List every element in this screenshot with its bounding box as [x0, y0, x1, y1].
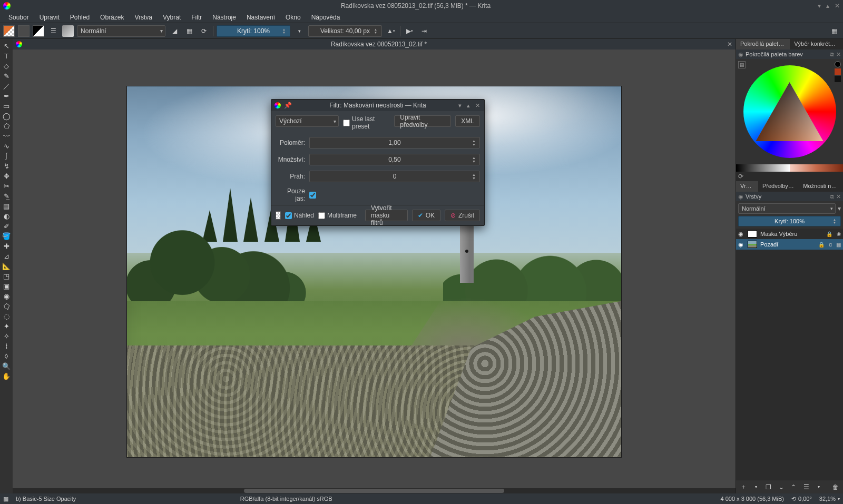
brushsize-input[interactable]: Velikost: 40,00 px▲▼ — [308, 25, 382, 37]
close-layers-docker-icon[interactable]: ✕ — [836, 193, 841, 200]
reload-brush-icon[interactable]: ⟳ — [198, 25, 210, 37]
tool-smart-patch[interactable]: ✚ — [1, 241, 12, 251]
layer-visibility-icon[interactable]: ◉ — [738, 231, 744, 238]
dialog-minimize-icon[interactable]: ▾ — [457, 102, 463, 109]
layer-props-icon[interactable]: ▦ — [836, 242, 841, 248]
gradient-swatch[interactable] — [3, 25, 15, 37]
menu-pohled[interactable]: Pohled — [65, 12, 95, 23]
opacity-dropdown-icon[interactable]: ▾ — [293, 25, 305, 37]
opacity-slider[interactable]: Krytí: 100%▲▼ — [217, 25, 290, 37]
radius-input[interactable]: 1,00▲▼ — [309, 137, 480, 149]
tool-crop[interactable]: ◇ — [1, 61, 12, 71]
window-minimize-button[interactable]: ▾ — [818, 2, 821, 9]
tool-contiguous-select[interactable]: ✦ — [1, 321, 12, 331]
xml-button[interactable]: XML — [455, 115, 480, 127]
preview-thumb-icon[interactable] — [276, 211, 281, 220]
tool-gradient-edit[interactable]: ◐ — [1, 211, 12, 221]
move-layer-up-icon[interactable]: ⌃ — [790, 483, 798, 491]
window-close-button[interactable]: ✕ — [835, 2, 840, 9]
menu-okno[interactable]: Okno — [280, 12, 306, 23]
tool-color-sampler[interactable]: ✐ — [1, 221, 12, 231]
color-wheel[interactable] — [743, 65, 836, 158]
eraser-mode-icon[interactable]: ◢ — [169, 25, 180, 37]
pattern-swatch[interactable] — [18, 25, 30, 37]
tool-ellipse[interactable]: ◯ — [1, 111, 12, 121]
lightness-only-checkbox[interactable] — [309, 192, 316, 199]
tool-assistants[interactable]: ⊿ — [1, 251, 12, 261]
preview-checkbox[interactable]: Náhled — [285, 212, 314, 219]
tool-freehand-brush[interactable]: ✎ — [1, 71, 12, 81]
tool-fill[interactable]: 🪣 — [1, 231, 12, 241]
move-layer-down-icon[interactable]: ⌄ — [777, 483, 786, 491]
brush-settings-icon[interactable]: ☰ — [47, 25, 59, 37]
tool-bezier[interactable]: ∿ — [1, 141, 12, 151]
menu-obrazek[interactable]: Obrázek — [95, 12, 129, 23]
float-docker-icon[interactable]: ⧉ — [830, 51, 834, 58]
dialog-close-icon[interactable]: ✕ — [474, 102, 481, 109]
add-layer-icon[interactable]: ＋ — [739, 482, 748, 491]
dialog-maximize-icon[interactable]: ▴ — [466, 102, 471, 109]
lock-layers-docker-icon[interactable]: ◉ — [738, 193, 743, 200]
current-fg-swatch[interactable] — [835, 68, 841, 75]
ok-button[interactable]: ✔OK — [412, 210, 440, 221]
zoom-dropdown-icon[interactable]: ▾ — [838, 497, 840, 501]
tool-dynamic-brush[interactable]: ↯ — [1, 161, 12, 171]
tool-zoom[interactable]: 🔍 — [1, 361, 12, 371]
menu-vybrat[interactable]: Vybrat — [158, 12, 186, 23]
tool-line[interactable]: ／ — [1, 81, 12, 91]
tab-brush-presets[interactable]: Předvolby št… — [758, 181, 799, 192]
dialog-titlebar[interactable]: 📌 Filtr: Maskování neostrosti — Krita ▾ … — [271, 100, 484, 111]
layer-properties-icon[interactable]: ☰ — [802, 483, 810, 491]
tool-bezier-select[interactable]: ⌇ — [1, 341, 12, 351]
amount-input[interactable]: 0,50▲▼ — [309, 154, 480, 165]
menu-napoveda[interactable]: Nápověda — [306, 12, 346, 23]
tool-text[interactable]: ✎̲ — [1, 191, 12, 201]
wrap-around-icon[interactable]: ⇥ — [418, 25, 430, 37]
tab-tool-options[interactable]: Možnosti nást… — [799, 181, 843, 192]
preset-select[interactable]: Výchozí — [276, 115, 339, 127]
mirror-horizontal-icon[interactable]: ▲▾ — [385, 25, 397, 37]
menu-nastroje[interactable]: Nástroje — [207, 12, 241, 23]
tool-move[interactable]: ↖ — [1, 41, 12, 51]
current-bg-swatch[interactable] — [835, 76, 841, 82]
tool-multibrush[interactable]: ✥ — [1, 171, 12, 181]
duplicate-layer-icon[interactable]: ❐ — [764, 483, 773, 491]
tool-measure[interactable]: 📐 — [1, 261, 12, 271]
document-tab-title[interactable]: Radíkovska vez 08052013_02.tif * — [22, 41, 736, 48]
use-last-preset-checkbox[interactable]: Use last preset — [343, 115, 390, 130]
menu-filtr[interactable]: Filtr — [186, 12, 207, 23]
tab-layers[interactable]: Vrstvy — [736, 181, 758, 192]
tab-advanced-palette[interactable]: Pokročilá paleta barev — [736, 39, 790, 50]
workspace-chooser-icon[interactable]: ▦ — [828, 25, 840, 37]
delete-layer-icon[interactable]: 🗑 — [831, 483, 840, 491]
brush-preset-icon[interactable] — [62, 25, 74, 37]
tool-edit-shapes[interactable]: ✂ — [1, 181, 12, 191]
tool-ellipse-select[interactable]: ◉ — [1, 291, 12, 301]
tool-calligraphy[interactable]: ✒ — [1, 91, 12, 101]
tool-similar-select[interactable]: ✧ — [1, 331, 12, 341]
multiframe-checkbox[interactable]: Multiframe — [318, 212, 357, 219]
document-tab-close-icon[interactable]: ✕ — [727, 41, 732, 48]
tool-pan[interactable]: ✋ — [1, 371, 12, 381]
tool-magnetic-select[interactable]: ◊ — [1, 351, 12, 361]
layer-alpha-icon[interactable]: α — [829, 242, 832, 248]
fgbg-swatch[interactable] — [33, 25, 44, 37]
dialog-pin-icon[interactable]: 📌 — [284, 102, 292, 109]
selection-mode-icon[interactable]: ▩ — [3, 496, 8, 502]
layer-lock-icon[interactable]: 🔒 — [826, 231, 832, 237]
tab-specific-color[interactable]: Výběr konkrétní barvy — [790, 39, 843, 50]
tool-polygon[interactable]: ⬠ — [1, 121, 12, 131]
tool-reference[interactable]: ◳ — [1, 271, 12, 281]
layer-filter-icon[interactable]: ▾ — [838, 205, 841, 212]
refresh-layers-icon[interactable]: ⟳ — [738, 173, 743, 180]
float-layers-docker-icon[interactable]: ⧉ — [830, 193, 834, 200]
layer-opacity-slider[interactable]: Krytí: 100% ▲▼ ☰ — [738, 216, 841, 226]
shade-selector[interactable] — [736, 164, 843, 172]
color-triangle[interactable] — [756, 82, 824, 141]
tool-rect-select[interactable]: ▣ — [1, 281, 12, 291]
rotate-icon[interactable]: ⟲ — [791, 496, 796, 502]
alpha-lock-icon[interactable]: ▦ — [183, 25, 195, 37]
add-layer-dropdown-icon[interactable]: ▾ — [752, 485, 760, 489]
cancel-button[interactable]: ⊘Zrušit — [445, 210, 480, 221]
tool-freehand-select[interactable]: ◌ — [1, 311, 12, 321]
